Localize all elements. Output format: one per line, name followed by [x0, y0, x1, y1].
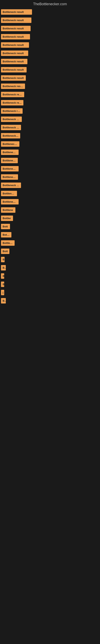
- list-item: Bottleneck result: [1, 42, 99, 48]
- list-item: Bottleneck result: [1, 9, 99, 15]
- bottleneck-bar: B: [1, 257, 4, 262]
- list-item: Bottleneck result: [1, 50, 99, 56]
- bottleneck-bar: Bottleneck result: [1, 26, 31, 31]
- list-item: Bottle: [1, 232, 99, 238]
- bottleneck-bar: Bottleneck result: [1, 50, 28, 56]
- bottleneck-bar: Bottlenec: [1, 240, 15, 246]
- list-item: Bott: [1, 224, 99, 229]
- bottleneck-bar: Bottleneck r: [1, 191, 17, 196]
- bottleneck-bar: Bo: [1, 298, 6, 304]
- bottleneck-bar: Bottleneck result: [1, 92, 24, 97]
- bottleneck-bar: Bottleneck result: [1, 182, 21, 188]
- list-item: Bottleneck result: [1, 100, 99, 106]
- list-item: Bottleneck result: [1, 116, 99, 122]
- bottleneck-bar: Bottle: [1, 232, 11, 238]
- list-item: B: [1, 282, 99, 287]
- bottleneck-bar: B: [1, 273, 4, 279]
- list-item: Bottleneck result: [1, 182, 99, 188]
- list-item: Bottleneck result: [1, 34, 99, 40]
- list-item: Bottleneck result: [1, 125, 99, 130]
- list-item: Bottleneck result: [1, 75, 99, 81]
- bottleneck-bar: Bottleneck result: [1, 67, 27, 72]
- list-item: Bottleneck result: [1, 108, 99, 114]
- bottleneck-bar: |: [1, 290, 4, 295]
- list-item: Bottleneck res: [1, 174, 99, 180]
- list-item: Bottleneck resu: [1, 166, 99, 172]
- bottleneck-bar: Bottleneck resu: [1, 166, 19, 172]
- bottleneck-container: Bottleneck resultBottleneck resultBottle…: [0, 9, 100, 306]
- bottleneck-bar: Bottleneck result: [1, 75, 26, 81]
- list-item: Bottleneck r: [1, 191, 99, 196]
- bottleneck-bar: Bottleneck result: [1, 100, 23, 106]
- list-item: Bo: [1, 265, 99, 270]
- bottleneck-bar: Bottleneck result: [1, 141, 19, 147]
- bottleneck-bar: Bottleneck result: [1, 84, 25, 89]
- bottleneck-bar: Bottleneck result: [1, 133, 20, 138]
- list-item: Bottlene: [1, 207, 99, 213]
- bottleneck-bar: Bottleneck result: [1, 116, 22, 122]
- list-item: Bottleneck resu: [1, 150, 99, 155]
- bottleneck-bar: Bottleneck result: [1, 59, 27, 64]
- list-item: Bottleneck result: [1, 59, 99, 64]
- bottleneck-bar: Bottlene: [1, 207, 15, 213]
- list-item: Bottleneck result: [1, 67, 99, 72]
- list-item: Bottleneck result: [1, 26, 99, 31]
- bottleneck-bar: Bottleneck result: [1, 108, 23, 114]
- list-item: B: [1, 257, 99, 262]
- bottleneck-bar: Bottleneck result: [1, 18, 31, 23]
- site-title: TheBottlenecker.com: [0, 0, 100, 9]
- bottleneck-bar: Bottleneck re: [1, 158, 18, 163]
- list-item: Bottleneck result: [1, 133, 99, 138]
- list-item: Bottlenec: [1, 240, 99, 246]
- list-item: Bottleneck result: [1, 92, 99, 97]
- bottleneck-bar: Bottleneck resu: [1, 199, 19, 204]
- list-item: Bo: [1, 298, 99, 304]
- list-item: Bottleneck result: [1, 84, 99, 89]
- list-item: Bott: [1, 248, 99, 254]
- list-item: B: [1, 273, 99, 279]
- bottleneck-bar: Bo: [1, 265, 6, 270]
- list-item: Bottleneck result: [1, 18, 99, 23]
- list-item: Bottleneck resu: [1, 199, 99, 204]
- bottleneck-bar: Bott: [1, 224, 10, 229]
- list-item: Bottleneck result: [1, 141, 99, 147]
- bottleneck-bar: Bottleneck result: [1, 9, 32, 15]
- bottleneck-bar: Bottleneck resu: [1, 150, 19, 155]
- bottleneck-bar: Bottler: [1, 216, 13, 221]
- bottleneck-bar: Bottleneck res: [1, 174, 18, 180]
- bottleneck-bar: Bottleneck result: [1, 34, 30, 40]
- list-item: Bottler: [1, 216, 99, 221]
- bottleneck-bar: Bottleneck result: [1, 42, 29, 48]
- bottleneck-bar: Bott: [1, 248, 9, 254]
- bottleneck-bar: Bottleneck result: [1, 125, 21, 130]
- bottleneck-bar: B: [1, 282, 4, 287]
- list-item: Bottleneck re: [1, 158, 99, 163]
- list-item: |: [1, 290, 99, 295]
